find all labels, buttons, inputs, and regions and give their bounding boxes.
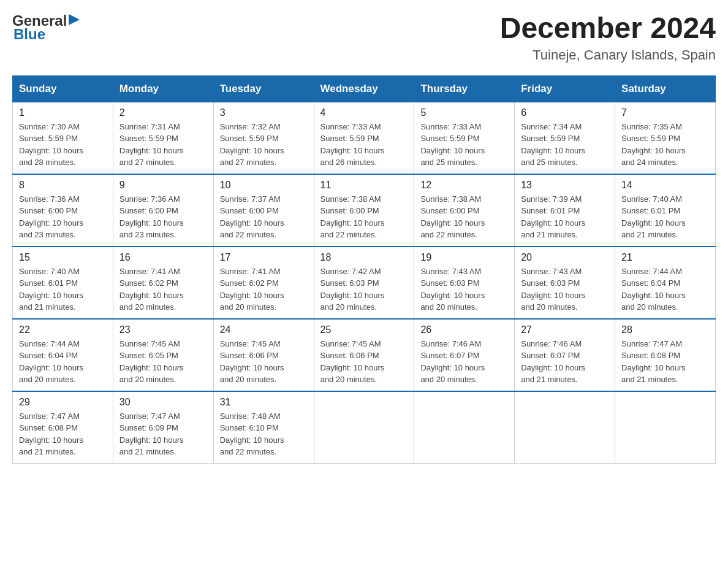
day-number: 15 xyxy=(19,252,107,263)
day-number: 20 xyxy=(521,252,609,263)
day-number: 29 xyxy=(19,397,107,408)
calendar-table: SundayMondayTuesdayWednesdayThursdayFrid… xyxy=(12,75,716,464)
calendar-cell: 4Sunrise: 7:33 AMSunset: 5:59 PMDaylight… xyxy=(314,102,414,174)
day-info: Sunrise: 7:38 AMSunset: 6:00 PMDaylight:… xyxy=(420,193,508,241)
day-info: Sunrise: 7:44 AMSunset: 6:04 PMDaylight:… xyxy=(19,338,107,386)
day-info: Sunrise: 7:41 AMSunset: 6:02 PMDaylight:… xyxy=(119,266,207,313)
day-info: Sunrise: 7:47 AMSunset: 6:09 PMDaylight:… xyxy=(119,410,207,458)
day-info: Sunrise: 7:32 AMSunset: 5:59 PMDaylight:… xyxy=(220,121,308,169)
weekday-header-sunday: Sunday xyxy=(13,76,113,102)
day-info: Sunrise: 7:37 AMSunset: 6:00 PMDaylight:… xyxy=(220,193,308,241)
day-number: 11 xyxy=(320,180,408,191)
day-number: 28 xyxy=(621,324,709,335)
calendar-cell: 25Sunrise: 7:45 AMSunset: 6:06 PMDayligh… xyxy=(314,319,414,391)
day-info: Sunrise: 7:45 AMSunset: 6:06 PMDaylight:… xyxy=(320,338,408,386)
day-info: Sunrise: 7:47 AMSunset: 6:08 PMDaylight:… xyxy=(621,338,709,386)
calendar-cell: 22Sunrise: 7:44 AMSunset: 6:04 PMDayligh… xyxy=(13,319,113,391)
day-info: Sunrise: 7:40 AMSunset: 6:01 PMDaylight:… xyxy=(19,266,107,313)
day-info: Sunrise: 7:43 AMSunset: 6:03 PMDaylight:… xyxy=(420,266,508,313)
day-info: Sunrise: 7:34 AMSunset: 5:59 PMDaylight:… xyxy=(521,121,609,169)
weekday-header-monday: Monday xyxy=(113,76,213,102)
weekday-header-saturday: Saturday xyxy=(615,76,716,102)
day-info: Sunrise: 7:45 AMSunset: 6:05 PMDaylight:… xyxy=(119,338,207,386)
calendar-week-row: 22Sunrise: 7:44 AMSunset: 6:04 PMDayligh… xyxy=(13,319,716,391)
day-number: 23 xyxy=(119,324,207,335)
weekday-header-wednesday: Wednesday xyxy=(314,76,414,102)
calendar-cell: 7Sunrise: 7:35 AMSunset: 5:59 PMDaylight… xyxy=(615,102,716,174)
logo-blue-text: Blue xyxy=(13,26,45,42)
location-subtitle: Tuineje, Canary Islands, Spain xyxy=(500,47,716,63)
calendar-cell: 14Sunrise: 7:40 AMSunset: 6:01 PMDayligh… xyxy=(615,174,716,247)
calendar-cell: 3Sunrise: 7:32 AMSunset: 5:59 PMDaylight… xyxy=(213,102,314,174)
calendar-cell: 23Sunrise: 7:45 AMSunset: 6:05 PMDayligh… xyxy=(113,319,213,391)
calendar-cell: 11Sunrise: 7:38 AMSunset: 6:00 PMDayligh… xyxy=(314,174,414,247)
calendar-cell: 16Sunrise: 7:41 AMSunset: 6:02 PMDayligh… xyxy=(113,247,213,319)
calendar-cell: 24Sunrise: 7:45 AMSunset: 6:06 PMDayligh… xyxy=(213,319,314,391)
calendar-week-row: 8Sunrise: 7:36 AMSunset: 6:00 PMDaylight… xyxy=(13,174,716,247)
calendar-cell: 19Sunrise: 7:43 AMSunset: 6:03 PMDayligh… xyxy=(414,247,515,319)
logo: General Blue xyxy=(12,12,82,43)
calendar-cell: 27Sunrise: 7:46 AMSunset: 6:07 PMDayligh… xyxy=(515,319,615,391)
day-info: Sunrise: 7:45 AMSunset: 6:06 PMDaylight:… xyxy=(220,338,308,386)
logo-triangle-icon xyxy=(67,13,81,26)
weekday-header-thursday: Thursday xyxy=(414,76,515,102)
day-info: Sunrise: 7:39 AMSunset: 6:01 PMDaylight:… xyxy=(521,193,609,241)
day-number: 3 xyxy=(220,107,308,118)
day-number: 27 xyxy=(521,324,609,335)
calendar-header-row: SundayMondayTuesdayWednesdayThursdayFrid… xyxy=(13,76,716,102)
page-header: General Blue December 2024 Tuineje, Cana… xyxy=(12,12,716,63)
calendar-cell xyxy=(414,391,515,464)
calendar-cell: 2Sunrise: 7:31 AMSunset: 5:59 PMDaylight… xyxy=(113,102,213,174)
day-number: 1 xyxy=(19,107,107,118)
day-number: 12 xyxy=(420,180,508,191)
calendar-cell: 20Sunrise: 7:43 AMSunset: 6:03 PMDayligh… xyxy=(515,247,615,319)
calendar-cell xyxy=(314,391,414,464)
day-info: Sunrise: 7:33 AMSunset: 5:59 PMDaylight:… xyxy=(320,121,408,169)
calendar-week-row: 1Sunrise: 7:30 AMSunset: 5:59 PMDaylight… xyxy=(13,102,716,174)
day-info: Sunrise: 7:30 AMSunset: 5:59 PMDaylight:… xyxy=(19,121,107,169)
day-number: 30 xyxy=(119,397,207,408)
day-info: Sunrise: 7:35 AMSunset: 5:59 PMDaylight:… xyxy=(621,121,709,169)
title-block: December 2024 Tuineje, Canary Islands, S… xyxy=(500,12,716,63)
day-info: Sunrise: 7:46 AMSunset: 6:07 PMDaylight:… xyxy=(521,338,609,386)
day-number: 7 xyxy=(621,107,709,118)
calendar-cell: 6Sunrise: 7:34 AMSunset: 5:59 PMDaylight… xyxy=(515,102,615,174)
calendar-cell: 18Sunrise: 7:42 AMSunset: 6:03 PMDayligh… xyxy=(314,247,414,319)
day-info: Sunrise: 7:41 AMSunset: 6:02 PMDaylight:… xyxy=(220,266,308,313)
calendar-cell: 17Sunrise: 7:41 AMSunset: 6:02 PMDayligh… xyxy=(213,247,314,319)
day-number: 19 xyxy=(420,252,508,263)
day-number: 22 xyxy=(19,324,107,335)
day-info: Sunrise: 7:38 AMSunset: 6:00 PMDaylight:… xyxy=(320,193,408,241)
day-number: 2 xyxy=(119,107,207,118)
calendar-cell: 10Sunrise: 7:37 AMSunset: 6:00 PMDayligh… xyxy=(213,174,314,247)
day-number: 21 xyxy=(621,252,709,263)
day-info: Sunrise: 7:31 AMSunset: 5:59 PMDaylight:… xyxy=(119,121,207,169)
day-info: Sunrise: 7:48 AMSunset: 6:10 PMDaylight:… xyxy=(220,410,308,458)
day-info: Sunrise: 7:36 AMSunset: 6:00 PMDaylight:… xyxy=(119,193,207,241)
calendar-week-row: 29Sunrise: 7:47 AMSunset: 6:08 PMDayligh… xyxy=(13,391,716,464)
calendar-cell: 30Sunrise: 7:47 AMSunset: 6:09 PMDayligh… xyxy=(113,391,213,464)
day-number: 9 xyxy=(119,180,207,191)
day-info: Sunrise: 7:36 AMSunset: 6:00 PMDaylight:… xyxy=(19,193,107,241)
calendar-cell: 5Sunrise: 7:33 AMSunset: 5:59 PMDaylight… xyxy=(414,102,515,174)
calendar-cell: 31Sunrise: 7:48 AMSunset: 6:10 PMDayligh… xyxy=(213,391,314,464)
calendar-cell: 15Sunrise: 7:40 AMSunset: 6:01 PMDayligh… xyxy=(13,247,113,319)
svg-marker-0 xyxy=(69,14,80,25)
day-number: 16 xyxy=(119,252,207,263)
day-number: 4 xyxy=(320,107,408,118)
day-info: Sunrise: 7:47 AMSunset: 6:08 PMDaylight:… xyxy=(19,410,107,458)
day-info: Sunrise: 7:42 AMSunset: 6:03 PMDaylight:… xyxy=(320,266,408,313)
day-info: Sunrise: 7:46 AMSunset: 6:07 PMDaylight:… xyxy=(420,338,508,386)
day-number: 10 xyxy=(220,180,308,191)
calendar-cell xyxy=(615,391,716,464)
day-number: 5 xyxy=(420,107,508,118)
calendar-cell: 26Sunrise: 7:46 AMSunset: 6:07 PMDayligh… xyxy=(414,319,515,391)
calendar-cell: 13Sunrise: 7:39 AMSunset: 6:01 PMDayligh… xyxy=(515,174,615,247)
day-info: Sunrise: 7:40 AMSunset: 6:01 PMDaylight:… xyxy=(621,193,709,241)
calendar-cell: 8Sunrise: 7:36 AMSunset: 6:00 PMDaylight… xyxy=(13,174,113,247)
month-title: December 2024 xyxy=(500,12,716,45)
day-number: 24 xyxy=(220,324,308,335)
day-number: 8 xyxy=(19,180,107,191)
day-number: 14 xyxy=(621,180,709,191)
calendar-cell: 29Sunrise: 7:47 AMSunset: 6:08 PMDayligh… xyxy=(13,391,113,464)
